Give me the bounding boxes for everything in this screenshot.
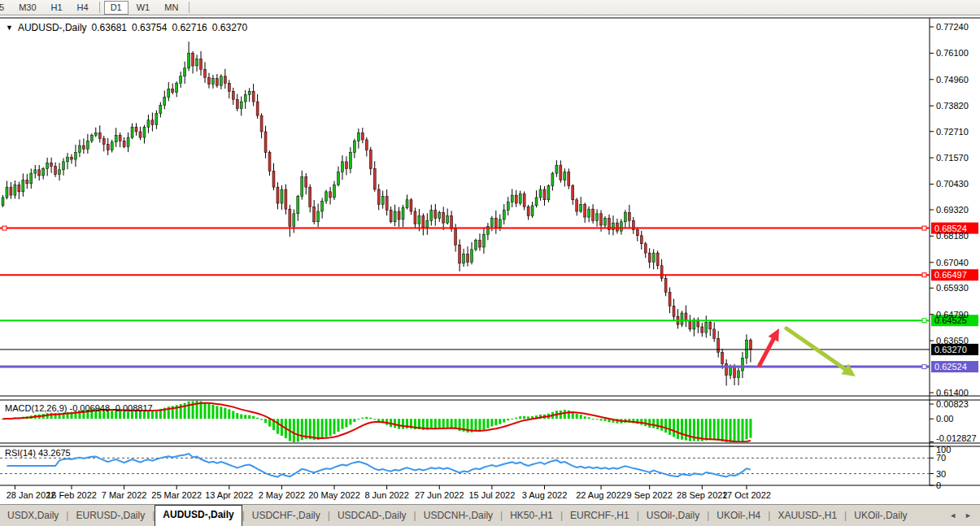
svg-text:2 May 2022: 2 May 2022: [259, 490, 305, 500]
svg-text:0.70430: 0.70430: [936, 179, 969, 189]
chart-tab-eurusd-daily[interactable]: EURUSD-,Daily: [68, 506, 152, 526]
ohlc-low: 0.62716: [172, 22, 207, 33]
chart-tab-usoil-daily[interactable]: USOil-,Daily: [639, 506, 707, 526]
svg-text:17 Oct 2022: 17 Oct 2022: [722, 490, 771, 500]
tab-scroll-left-icon[interactable]: ◄: [949, 511, 956, 519]
rsi-label: RSI(14) 43.2675: [5, 448, 71, 458]
chart-tab-ukoil-daily[interactable]: UKOil-,Daily: [847, 506, 914, 526]
ohlc-high: 0.63754: [132, 22, 167, 33]
hline-anchor[interactable]: [2, 226, 7, 230]
svg-text:0.73820: 0.73820: [936, 101, 969, 111]
svg-text:0: 0: [936, 480, 941, 490]
svg-text:70: 70: [936, 453, 946, 463]
svg-text:0.00823: 0.00823: [936, 399, 969, 409]
svg-text:3 Aug 2022: 3 Aug 2022: [522, 490, 568, 500]
svg-text:0.63270: 0.63270: [934, 345, 967, 354]
svg-text:28 Sep 2022: 28 Sep 2022: [677, 490, 727, 500]
svg-text:13 Apr 2022: 13 Apr 2022: [205, 490, 253, 500]
green-down-arrow-annotation[interactable]: [786, 328, 856, 376]
svg-text:7 Mar 2022: 7 Mar 2022: [102, 490, 147, 500]
svg-text:20 May 2022: 20 May 2022: [308, 490, 360, 500]
hline-anchor[interactable]: [922, 319, 926, 323]
svg-text:16 Feb 2022: 16 Feb 2022: [46, 490, 97, 500]
rsi-layer: [0, 454, 930, 477]
svg-text:0.76100: 0.76100: [936, 48, 969, 58]
price-axis: 0.772400.761000.749600.738200.727100.715…: [930, 22, 977, 490]
symbol-title: AUDUSD-,Daily: [18, 22, 87, 33]
svg-text:22 Aug 2022: 22 Aug 2022: [576, 490, 626, 500]
svg-text:0.00: 0.00: [936, 414, 953, 424]
svg-text:0.63650: 0.63650: [936, 336, 969, 346]
svg-text:0.66497: 0.66497: [934, 270, 967, 280]
svg-text:0.69320: 0.69320: [936, 205, 969, 215]
date-axis: 28 Jan 202216 Feb 20227 Mar 202225 Mar 2…: [7, 485, 771, 500]
macd-signal-value: -0.008817: [112, 403, 153, 413]
svg-text:0.67040: 0.67040: [936, 258, 969, 267]
ohlc-close: 0.63270: [212, 22, 247, 33]
chart-tab-xauusd-h1[interactable]: XAUUSD-,H1: [770, 506, 844, 526]
hline-anchor[interactable]: [922, 226, 926, 230]
svg-text:0.61400: 0.61400: [936, 388, 969, 398]
candles-layer: [2, 41, 751, 385]
svg-text:15 Jul 2022: 15 Jul 2022: [468, 490, 515, 500]
svg-text:30: 30: [936, 469, 946, 479]
symbol-dropdown-icon[interactable]: ▼: [6, 24, 13, 32]
svg-text:-0.012827: -0.012827: [936, 433, 977, 443]
terminal-window: 5M30H1H4D1W1MN ▼ AUDUSD-,Daily 0.63681 0…: [0, 0, 980, 526]
svg-text:0.68180: 0.68180: [936, 231, 969, 241]
svg-text:0.71570: 0.71570: [936, 153, 969, 163]
svg-text:9 Sep 2022: 9 Sep 2022: [627, 490, 673, 500]
svg-text:27 Jun 2022: 27 Jun 2022: [415, 490, 464, 500]
hline-anchor[interactable]: [922, 273, 926, 277]
hline-objects[interactable]: 0.685240.664970.645250.632700.62524: [0, 223, 978, 372]
svg-text:25 Mar 2022: 25 Mar 2022: [151, 490, 202, 500]
macd-main-value: -0.006948: [69, 403, 110, 413]
tab-scroll-controls: ◄►: [949, 511, 980, 526]
chart-tab-usdcad-daily[interactable]: USDCAD-,Daily: [330, 506, 414, 526]
chart-tab-bar: USDX,Daily|EURUSD-,Daily|AUDUSD-,Daily|U…: [0, 504, 980, 526]
chart-header: ▼ AUDUSD-,Daily 0.63681 0.63754 0.62716 …: [6, 22, 247, 33]
red-up-arrow-annotation[interactable]: [760, 328, 779, 365]
chart-tab-audusd-daily[interactable]: AUDUSD-,Daily: [155, 505, 242, 526]
chart-tab-usdcnh-daily[interactable]: USDCNH-,Daily: [416, 506, 500, 526]
svg-text:0.72710: 0.72710: [936, 127, 969, 137]
chart-tab-usdx-daily[interactable]: USDX,Daily: [0, 506, 66, 526]
svg-text:0.65930: 0.65930: [936, 283, 969, 293]
hline-anchor[interactable]: [922, 365, 926, 369]
chart-canvas[interactable]: 0.685240.664970.645250.632700.625240.772…: [0, 0, 980, 504]
svg-text:0.64790: 0.64790: [936, 310, 969, 320]
svg-text:0.62524: 0.62524: [934, 362, 967, 372]
svg-text:0.77240: 0.77240: [936, 22, 969, 32]
chart-tab-eurchf-h1[interactable]: EURCHF-,H1: [563, 506, 637, 526]
svg-text:8 Jun 2022: 8 Jun 2022: [364, 490, 408, 500]
svg-text:0.74960: 0.74960: [936, 75, 969, 85]
chart-tab-usdchf-daily[interactable]: USDCHF-,Daily: [245, 506, 328, 526]
ohlc-open: 0.63681: [92, 22, 127, 33]
tab-scroll-right-icon[interactable]: ►: [965, 511, 972, 519]
rsi-value: 43.2675: [38, 448, 71, 458]
macd-label: MACD(12,26,9) -0.006948 -0.008817: [5, 403, 153, 413]
chart-tab-hk50-h1[interactable]: HK50-,H1: [503, 506, 560, 526]
chart-tab-ukoil-h4[interactable]: UKOil-,H4: [709, 506, 768, 526]
